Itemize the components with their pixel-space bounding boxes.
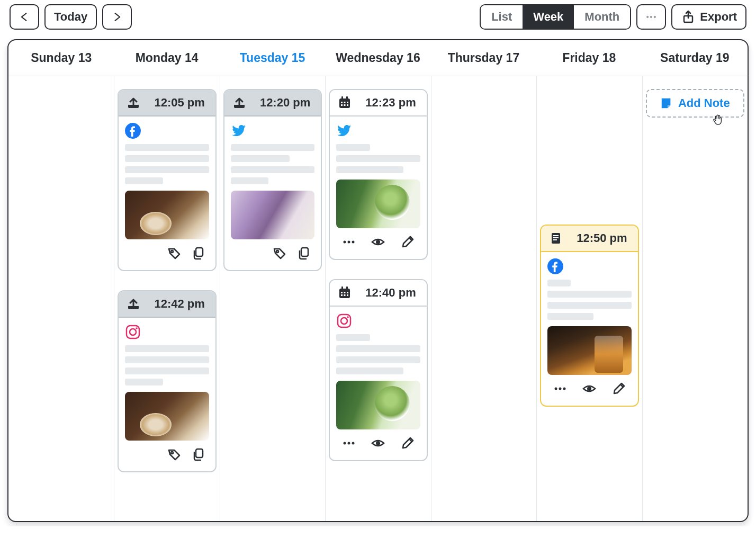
post-card[interactable]: 12:40 pm (329, 279, 427, 461)
edit-icon[interactable] (611, 381, 626, 396)
upload-icon (126, 297, 141, 311)
calendar-body: 12:05 pm 12:42 pm (8, 76, 748, 521)
content-preview (336, 144, 420, 173)
sticky-note-icon (660, 97, 673, 110)
copy-icon[interactable] (191, 447, 206, 462)
add-note-button[interactable]: Add Note (646, 89, 744, 118)
calendar-icon (337, 95, 352, 110)
column-friday[interactable]: 12:50 pm (536, 76, 642, 521)
calendar-icon (337, 285, 352, 300)
view-segmented-control: List Week Month (480, 4, 631, 30)
more-icon (645, 10, 658, 24)
day-header-thursday: Thursday 17 (431, 40, 536, 76)
pointer-cursor-icon (710, 113, 724, 127)
card-header: 12:42 pm (119, 291, 215, 318)
card-time: 12:40 pm (365, 286, 416, 300)
preview-icon[interactable] (371, 235, 385, 249)
instagram-icon (336, 313, 352, 329)
card-actions (231, 246, 314, 266)
card-actions (336, 436, 420, 456)
export-button[interactable]: Export (671, 4, 746, 30)
card-header: 12:40 pm (330, 280, 426, 307)
column-saturday[interactable]: Add Note (642, 76, 748, 521)
post-thumbnail (336, 381, 420, 429)
card-actions (125, 246, 209, 266)
twitter-icon (336, 123, 352, 139)
platform-badge (125, 123, 209, 139)
arrow-right-icon (111, 10, 123, 24)
card-time: 12:23 pm (365, 96, 416, 110)
content-preview (125, 144, 209, 184)
content-preview (336, 334, 420, 374)
platform-badge (336, 123, 420, 139)
card-actions (547, 381, 631, 401)
card-time: 12:42 pm (154, 297, 204, 311)
view-list-button[interactable]: List (481, 5, 523, 29)
day-header-sunday: Sunday 13 (8, 40, 114, 76)
copy-icon[interactable] (191, 246, 206, 261)
calendar-header: Sunday 13 Monday 14 Tuesday 15 Wednesday… (8, 40, 748, 76)
edit-icon[interactable] (400, 436, 415, 451)
platform-badge (125, 324, 209, 340)
content-preview (547, 280, 631, 320)
post-thumbnail (125, 191, 209, 239)
preview-icon[interactable] (582, 381, 597, 396)
facebook-icon (125, 123, 141, 139)
platform-badge (336, 313, 420, 329)
platform-badge (231, 123, 314, 139)
facebook-icon (547, 258, 563, 274)
tag-icon[interactable] (167, 447, 182, 462)
tag-icon[interactable] (167, 246, 182, 261)
post-card[interactable]: 12:42 pm (118, 290, 216, 472)
card-actions (125, 447, 209, 467)
card-time: 12:05 pm (154, 96, 204, 110)
day-header-friday: Friday 18 (536, 40, 642, 76)
platform-badge (547, 258, 631, 274)
post-thumbnail (125, 392, 209, 441)
instagram-icon (125, 324, 141, 340)
more-icon[interactable] (341, 235, 356, 249)
column-wednesday[interactable]: 12:23 pm 12:40 pm (325, 76, 430, 521)
today-button[interactable]: Today (44, 4, 97, 30)
column-sunday[interactable] (8, 76, 114, 521)
column-tuesday[interactable]: 12:20 pm (220, 76, 325, 521)
more-icon[interactable] (553, 381, 568, 396)
day-header-saturday: Saturday 19 (642, 40, 748, 76)
post-thumbnail (336, 180, 420, 228)
view-week-button[interactable]: Week (523, 5, 574, 29)
post-card[interactable]: 12:05 pm (118, 89, 216, 271)
tag-icon[interactable] (272, 246, 287, 261)
card-time: 12:20 pm (260, 96, 310, 110)
view-month-button[interactable]: Month (574, 5, 630, 29)
export-icon (681, 10, 696, 24)
card-actions (336, 235, 420, 255)
post-card[interactable]: 12:20 pm (223, 89, 322, 271)
add-note-label: Add Note (678, 96, 730, 110)
post-thumbnail (547, 326, 631, 375)
post-card-draft[interactable]: 12:50 pm (540, 225, 638, 407)
day-header-tuesday: Tuesday 15 (220, 40, 325, 76)
post-thumbnail (231, 191, 314, 239)
prev-button[interactable] (10, 4, 39, 30)
preview-icon[interactable] (371, 436, 385, 451)
card-time: 12:50 pm (577, 231, 627, 245)
next-button[interactable] (102, 4, 132, 30)
post-card[interactable]: 12:23 pm (329, 89, 427, 260)
twitter-icon (231, 123, 247, 139)
column-monday[interactable]: 12:05 pm 12:42 pm (114, 76, 219, 521)
toolbar: Today List Week Month Export (7, 4, 749, 30)
arrow-left-icon (18, 10, 31, 24)
day-header-monday: Monday 14 (114, 40, 219, 76)
upload-icon (232, 95, 247, 110)
card-header: 12:23 pm (330, 90, 426, 116)
more-button[interactable] (636, 4, 666, 30)
card-header: 12:05 pm (119, 90, 215, 116)
export-label: Export (700, 10, 737, 24)
upload-icon (126, 95, 141, 110)
column-thursday[interactable] (431, 76, 536, 521)
copy-icon[interactable] (296, 246, 311, 261)
edit-icon[interactable] (400, 235, 415, 249)
note-icon (548, 231, 563, 246)
week-calendar: Sunday 13 Monday 14 Tuesday 15 Wednesday… (7, 39, 749, 522)
more-icon[interactable] (341, 436, 356, 451)
